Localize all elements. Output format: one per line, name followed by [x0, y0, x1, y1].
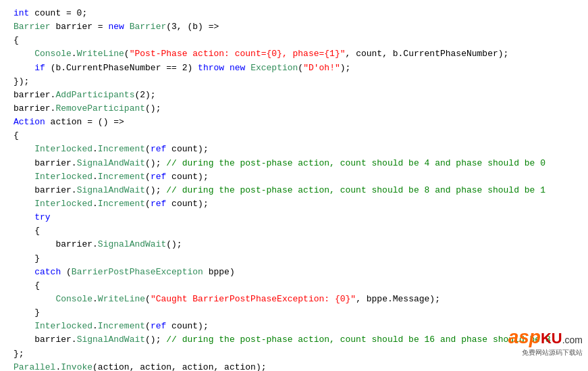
- code-editor: int count = 0;Barrier barrier = new Barr…: [0, 0, 588, 371]
- code-line: Barrier barrier = new Barrier(3, (b) =>: [14, 20, 574, 34]
- code-token-type: BarrierPostPhaseException: [72, 267, 203, 277]
- code-token-kw: catch: [34, 267, 61, 277]
- code-line: Console.WriteLine("Caught BarrierPostPha…: [14, 293, 574, 306]
- code-token-comment: // during the post-phase action, count s…: [166, 185, 545, 195]
- code-token-plain: .: [92, 294, 98, 304]
- code-token-plain: barrier.: [14, 158, 77, 168]
- code-token-plain: [14, 49, 34, 59]
- code-token-type: Increment: [98, 144, 145, 154]
- code-token-type: Barrier: [130, 22, 167, 32]
- code-token-plain: .: [72, 49, 77, 59]
- code-token-plain: {: [14, 35, 19, 45]
- code-token-kw: ref: [151, 321, 166, 331]
- code-token-plain: ();: [166, 239, 182, 249]
- code-token-type: SignalAndWait: [77, 158, 145, 168]
- code-token-plain: (: [61, 267, 72, 277]
- code-token-type: SignalAndWait: [98, 239, 166, 249]
- code-token-kw: Action: [14, 117, 45, 127]
- code-line: {: [14, 34, 574, 47]
- code-token-comment: // during the post-phase action, count s…: [166, 158, 545, 168]
- code-token-plain: {: [14, 226, 40, 236]
- code-token-plain: [14, 212, 34, 222]
- code-token-plain: (: [145, 172, 151, 182]
- code-token-plain: count);: [166, 144, 208, 154]
- code-line: Interlocked.Increment(ref count);: [14, 320, 574, 333]
- code-token-plain: };: [14, 349, 24, 359]
- code-line: barrier.RemoveParticipant();: [14, 102, 574, 116]
- code-token-type: Increment: [98, 321, 145, 331]
- code-token-type: SignalAndWait: [77, 185, 145, 195]
- code-line: barrier.SignalAndWait(); // during the p…: [14, 184, 574, 197]
- code-token-plain: }: [14, 253, 40, 264]
- watermark-ku: KU: [541, 330, 562, 347]
- code-token-type: Interlocked: [34, 199, 92, 209]
- code-line: barrier.AddParticipants(2);: [14, 89, 574, 102]
- code-token-plain: (: [145, 294, 151, 304]
- code-token-plain: count);: [166, 199, 208, 209]
- code-token-plain: .: [92, 172, 98, 182]
- code-token-plain: , count, b.CurrentPhaseNumber);: [346, 49, 509, 59]
- code-token-kw: new: [230, 63, 245, 73]
- code-token-plain: [124, 22, 130, 32]
- code-token-type: RemoveParticipant: [55, 103, 145, 114]
- code-line: catch (BarrierPostPhaseException bppe): [14, 266, 574, 279]
- code-line: }: [14, 252, 574, 266]
- code-token-type: Console: [34, 49, 72, 59]
- code-token-plain: action = () =>: [45, 117, 124, 127]
- code-token-plain: count = 0;: [29, 8, 87, 18]
- code-line: Interlocked.Increment(ref count);: [14, 170, 574, 184]
- code-token-kw: new: [108, 22, 124, 32]
- code-token-comment: // during the post-phase action, count s…: [166, 335, 551, 345]
- code-line: Interlocked.Increment(ref count);: [14, 197, 574, 211]
- code-token-plain: [14, 172, 34, 182]
- code-token-type: SignalAndWait: [77, 335, 145, 345]
- code-token-plain: (: [145, 321, 151, 331]
- code-token-plain: }: [14, 307, 40, 318]
- code-token-kw: if: [34, 63, 45, 73]
- code-token-type: Invoke: [61, 362, 92, 371]
- code-line: Interlocked.Increment(ref count);: [14, 143, 574, 156]
- code-line: }: [14, 306, 574, 320]
- code-token-plain: ();: [145, 103, 161, 114]
- code-token-str: "Post-Phase action: count={0}, phase={1}…: [130, 49, 346, 59]
- code-token-plain: ();: [145, 335, 166, 345]
- watermark-subtitle: 免费网站源码下载站: [508, 348, 583, 357]
- code-line: int count = 0;: [14, 7, 574, 20]
- code-line: };: [14, 347, 574, 361]
- code-token-plain: });: [14, 76, 29, 86]
- code-token-type: Exception: [250, 63, 298, 73]
- code-token-plain: barrier =: [51, 22, 109, 32]
- code-token-plain: [14, 294, 55, 304]
- code-line: Console.WriteLine("Post-Phase action: co…: [14, 47, 574, 61]
- code-token-plain: barrier.: [14, 90, 55, 100]
- code-token-type: AddParticipants: [55, 90, 134, 100]
- code-token-plain: ();: [145, 158, 166, 168]
- code-token-plain: [14, 199, 34, 209]
- code-token-plain: [224, 63, 230, 73]
- code-line: barrier.SignalAndWait();: [14, 238, 574, 251]
- code-token-kw: ref: [151, 172, 166, 182]
- code-token-plain: barrier.: [14, 185, 77, 195]
- code-token-plain: barrier.: [14, 335, 77, 345]
- code-token-kw: ref: [151, 199, 166, 209]
- code-line: barrier.SignalAndWait(); // during the p…: [14, 157, 574, 170]
- code-token-plain: .: [92, 144, 98, 154]
- code-token-type: Increment: [98, 172, 145, 182]
- code-token-plain: ();: [145, 185, 166, 195]
- code-token-plain: count);: [166, 321, 208, 331]
- code-line: {: [14, 279, 574, 293]
- code-token-type: Parallel: [14, 362, 55, 371]
- code-line: {: [14, 129, 574, 143]
- code-token-str: "Caught BarrierPostPhaseException: {0}": [151, 294, 356, 304]
- code-token-plain: [245, 63, 250, 73]
- code-token-plain: );: [340, 63, 351, 73]
- code-line: Action action = () =>: [14, 116, 574, 129]
- code-token-plain: barrier.: [14, 239, 98, 249]
- code-token-plain: (action, action, action, action);: [92, 362, 266, 371]
- code-token-kw: ref: [151, 144, 166, 154]
- code-token-plain: , bppe.Message);: [356, 294, 440, 304]
- code-token-type: Increment: [98, 199, 145, 209]
- code-token-plain: {: [14, 130, 19, 141]
- code-token-kw: throw: [198, 63, 224, 73]
- code-token-kw: try: [34, 212, 50, 222]
